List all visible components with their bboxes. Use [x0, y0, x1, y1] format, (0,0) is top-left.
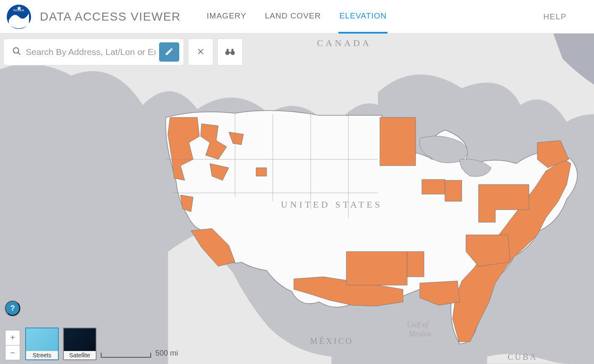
- satellite-thumbnail: [64, 328, 96, 351]
- scale-line: [101, 353, 151, 358]
- zoom-in-button[interactable]: +: [5, 330, 20, 345]
- scale-bar: 500 mi: [101, 349, 178, 358]
- map-label-cuba: CUBA: [508, 352, 538, 361]
- svg-line-8: [18, 52, 21, 55]
- map-label-gulf2: Mexico: [408, 330, 431, 338]
- header: NOAA DATA ACCESS VIEWER IMAGERY LAND COV…: [0, 0, 594, 34]
- map-label-usa: UNITED STATES: [281, 199, 382, 210]
- noaa-logo: NOAA: [6, 4, 31, 29]
- search-icon: [8, 47, 26, 57]
- svg-rect-6: [407, 252, 424, 277]
- binoculars-icon: [225, 47, 236, 57]
- search-toolbar: [3, 39, 243, 65]
- svg-rect-14: [227, 49, 229, 52]
- map-label-mexico: MÉXICO: [310, 336, 353, 346]
- svg-rect-2: [256, 168, 267, 176]
- svg-rect-13: [228, 52, 232, 53]
- map-help-button[interactable]: ?: [5, 301, 20, 316]
- streets-thumbnail: [26, 328, 58, 351]
- map-canvas[interactable]: CANADA UNITED STATES MÉXICO CUBA Gulf of…: [0, 34, 594, 364]
- basemap-streets[interactable]: Streets: [25, 328, 59, 360]
- svg-point-7: [13, 48, 19, 53]
- tab-land-cover[interactable]: LAND COVER: [264, 0, 322, 34]
- basemap-label: Satellite: [64, 351, 96, 359]
- search-input[interactable]: [26, 47, 156, 57]
- nav-tabs: IMAGERY LAND COVER ELEVATION: [206, 0, 388, 34]
- help-link[interactable]: HELP: [543, 12, 588, 21]
- app-title: DATA ACCESS VIEWER: [40, 10, 181, 23]
- tab-elevation[interactable]: ELEVATION: [338, 0, 387, 34]
- svg-text:NOAA: NOAA: [13, 8, 25, 12]
- map[interactable]: CANADA UNITED STATES MÉXICO CUBA Gulf of…: [0, 34, 594, 364]
- svg-rect-4: [422, 179, 445, 194]
- pencil-icon: [165, 47, 174, 57]
- basemap-satellite[interactable]: Satellite: [63, 328, 97, 360]
- svg-rect-15: [231, 49, 233, 52]
- zoom-controls: + −: [5, 330, 20, 360]
- map-label-gulf1: Gulf of: [407, 320, 430, 329]
- svg-rect-5: [346, 252, 407, 285]
- clear-search-button[interactable]: [188, 39, 213, 65]
- svg-rect-3: [380, 117, 416, 166]
- zoom-out-button[interactable]: −: [5, 345, 20, 360]
- zoom-to-extent-button[interactable]: [217, 39, 243, 65]
- tab-imagery[interactable]: IMAGERY: [206, 0, 247, 34]
- basemap-label: Streets: [26, 351, 58, 359]
- search-box: [3, 39, 184, 65]
- map-label-canada: CANADA: [317, 38, 372, 48]
- basemap-switcher: Streets Satellite: [25, 328, 97, 360]
- draw-extent-button[interactable]: [159, 42, 179, 62]
- scale-label: 500 mi: [155, 349, 178, 358]
- close-icon: [196, 47, 205, 57]
